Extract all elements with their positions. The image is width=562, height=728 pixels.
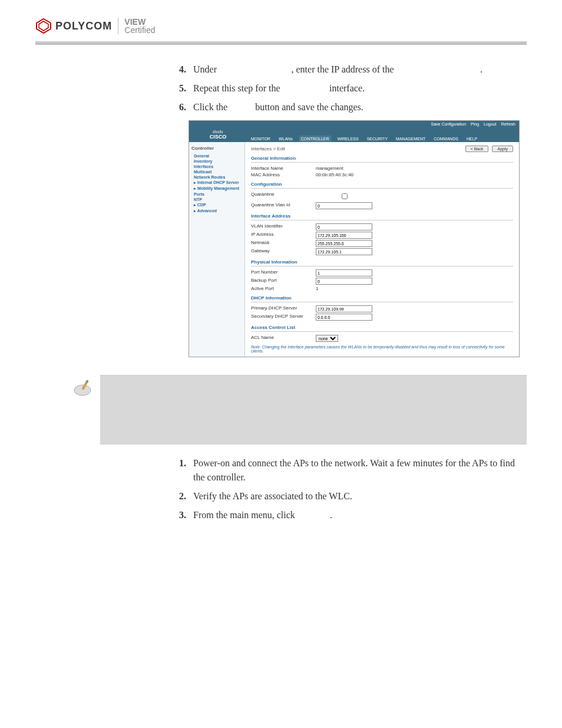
field-vlan-identifier: VLAN Identifier bbox=[251, 223, 513, 231]
polycom-logo: POLYCOM bbox=[35, 18, 112, 34]
sidebar-item-cdp[interactable]: ▸ CDP bbox=[191, 202, 242, 208]
sidebar-item-mobility-management[interactable]: ▸ Mobility Management bbox=[191, 186, 242, 192]
field-quarantine: Quarantine bbox=[251, 191, 513, 202]
wlc-edit-pane: Interfaces > Edit < Back Apply General I… bbox=[245, 142, 519, 357]
link-logout[interactable]: Logout bbox=[484, 122, 496, 126]
sidebar-item-network-routes[interactable]: Network Routes bbox=[191, 174, 242, 180]
step-b-2: 2.Verify the APs are associated to the W… bbox=[171, 489, 527, 503]
section-general-information: General Information bbox=[251, 156, 513, 163]
input-gateway[interactable] bbox=[316, 248, 372, 255]
sidebar-title: Controller bbox=[191, 146, 242, 151]
field-secondary-dhcp-server: Secondary DHCP Server bbox=[251, 313, 513, 321]
sidebar-item-interfaces[interactable]: Interfaces bbox=[191, 164, 242, 169]
view-certified-mark: VIEW Certified bbox=[118, 18, 155, 34]
link-refresh[interactable]: Refresh bbox=[501, 122, 515, 126]
menu-monitor[interactable]: MONITOR bbox=[249, 136, 272, 142]
sidebar-item-advanced[interactable]: ▸ Advanced bbox=[191, 208, 242, 214]
sidebar-item-ntp[interactable]: NTP bbox=[191, 197, 242, 202]
input-secondary-dhcp-server[interactable] bbox=[316, 314, 372, 321]
field-gateway: Gateway bbox=[251, 248, 513, 256]
link-ping[interactable]: Ping bbox=[471, 122, 479, 126]
note-icon bbox=[65, 375, 100, 444]
field-interface-name: Interface Namemanagement bbox=[251, 165, 513, 172]
input-port-number[interactable] bbox=[316, 269, 372, 276]
svg-marker-1 bbox=[39, 21, 48, 31]
input-quarantine[interactable] bbox=[318, 193, 371, 199]
sidebar-item-multicast[interactable]: Multicast bbox=[191, 169, 242, 174]
wlc-main-menu: MONITORWLANsCONTROLLERWIRELESSSECURITYMA… bbox=[247, 127, 481, 142]
wlc-note: Note: Changing the Interface parameters … bbox=[251, 345, 513, 353]
field-ip-address: IP Address bbox=[251, 231, 513, 239]
field-quarantine-vlan-id: Quarantine Vlan Id bbox=[251, 202, 513, 210]
input-quarantine-vlan-id[interactable] bbox=[316, 202, 372, 209]
input-primary-dhcp-server[interactable] bbox=[316, 305, 372, 312]
note-block bbox=[65, 375, 527, 444]
svg-point-2 bbox=[74, 385, 91, 396]
input-ip-address[interactable] bbox=[316, 232, 372, 239]
input-netmask[interactable] bbox=[316, 240, 372, 247]
menu-security[interactable]: SECURITY bbox=[365, 136, 389, 142]
polycom-logo-icon bbox=[35, 18, 52, 34]
step-b-1: 1.Power-on and connect the APs to the ne… bbox=[171, 456, 527, 485]
sidebar-item-ports[interactable]: Ports bbox=[191, 192, 242, 197]
menu-help[interactable]: HELP bbox=[465, 136, 479, 142]
section-configuration: Configuration bbox=[251, 182, 513, 189]
step-4: 4. Under DHCP Information, enter the IP … bbox=[171, 62, 527, 77]
menu-controller[interactable]: CONTROLLER bbox=[299, 136, 331, 142]
step-5: 5. Repeat this step for the ap-manager i… bbox=[171, 81, 527, 95]
input-vlan-identifier[interactable] bbox=[316, 223, 372, 230]
field-port-number: Port Number bbox=[251, 269, 513, 277]
field-primary-dhcp-server: Primary DHCP Server bbox=[251, 305, 513, 313]
link-save-config[interactable]: Save Configuration bbox=[431, 122, 467, 126]
input-backup-port[interactable] bbox=[316, 278, 372, 285]
step-b-3: 3.From the main menu, click Wireless. bbox=[171, 508, 527, 522]
menu-commands[interactable]: COMMANDS bbox=[432, 136, 460, 142]
select-acl-name[interactable]: none bbox=[316, 335, 338, 342]
step-6: 6. Click the Apply button and save the c… bbox=[171, 100, 527, 114]
sidebar-item-general[interactable]: General bbox=[191, 153, 242, 159]
note-body bbox=[100, 375, 527, 444]
wlc-screenshot: Save Configuration Ping Logout Refresh ı… bbox=[189, 120, 520, 357]
field-backup-port: Backup Port bbox=[251, 277, 513, 285]
page-header: POLYCOM VIEW Certified bbox=[35, 12, 527, 40]
menu-wlans[interactable]: WLANs bbox=[277, 136, 295, 142]
field-netmask: Netmask bbox=[251, 239, 513, 248]
brand-name: POLYCOM bbox=[55, 20, 112, 32]
section-physical-information: Physical Information bbox=[251, 259, 513, 266]
menu-management[interactable]: MANAGEMENT bbox=[394, 136, 427, 142]
section-access-control-list: Access Control List bbox=[251, 325, 513, 332]
header-divider bbox=[35, 41, 527, 45]
wlc-sidebar: Controller GeneralInventoryInterfacesMul… bbox=[189, 142, 245, 357]
apply-button[interactable]: Apply bbox=[492, 146, 513, 152]
cisco-logo: ılıılı CISCO bbox=[189, 127, 247, 142]
sidebar-item-inventory[interactable]: Inventory bbox=[191, 159, 242, 164]
section-dhcp-information: DHCP Information bbox=[251, 295, 513, 302]
back-button[interactable]: < Back bbox=[465, 146, 489, 152]
breadcrumb: Interfaces > Edit bbox=[251, 146, 285, 151]
wlc-top-links: Save Configuration Ping Logout Refresh bbox=[189, 121, 519, 127]
menu-wireless[interactable]: WIRELESS bbox=[336, 136, 361, 142]
field-mac-address: MAC Address00:0b:85:40:3c:40 bbox=[251, 172, 513, 178]
section-interface-address: Interface Address bbox=[251, 213, 513, 220]
field-active-port: Active Port1 bbox=[251, 285, 513, 292]
sidebar-item-internal-dhcp-server[interactable]: ▸ Internal DHCP Server bbox=[191, 180, 242, 186]
field-acl-name: ACL Namenone bbox=[251, 334, 513, 342]
